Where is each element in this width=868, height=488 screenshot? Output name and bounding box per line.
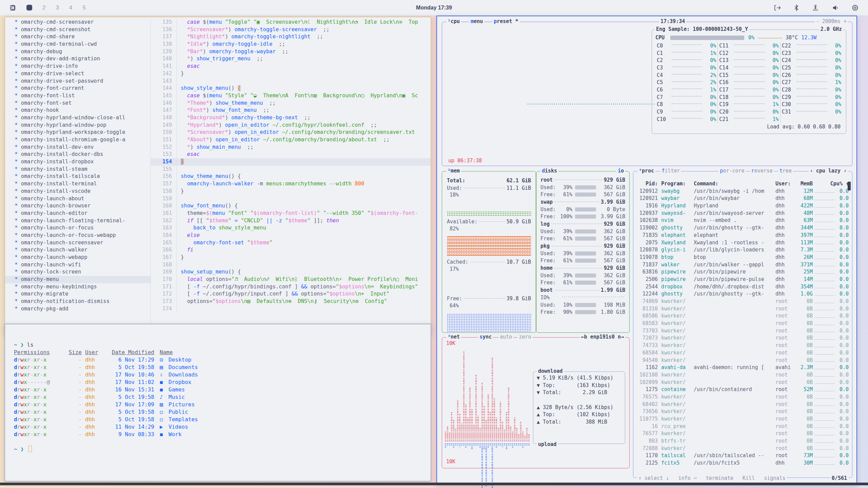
prompt-line[interactable]: ~ ❯ [14, 446, 422, 453]
code-line[interactable]: 174 [151, 305, 431, 313]
code-line[interactable]: 169show_setup_menu() { [151, 268, 431, 276]
workspace-2[interactable]: 2 [42, 4, 45, 11]
bluetooth-icon[interactable] [794, 4, 799, 11]
file-item[interactable]: * omarchy-launch-floating-terminal- [5, 217, 151, 225]
file-item[interactable]: * omarchy-drive-select [5, 70, 151, 78]
proc-per-core-button[interactable]: per-core [718, 168, 746, 174]
proc-sort-selector[interactable]: ‹ cpu lazy › [809, 168, 848, 174]
proc-row[interactable]: 74733kworker/root0B0.0 [637, 342, 849, 349]
file-item[interactable]: * omarchy-notification-dismiss [5, 298, 151, 305]
proc-row[interactable]: 102108kworker/root0B0.0 [637, 371, 849, 379]
code-line[interactable]: 135 case $(menu "Toggle" "▣ Screensaver\… [151, 19, 431, 26]
proc-row[interactable]: 68584kworker/root0B0.0 [637, 349, 849, 357]
proc-row[interactable]: 102099kworker/root0B0.0 [637, 379, 849, 386]
code-line[interactable]: 146 *Theme*) show_theme_menu ;; [151, 100, 431, 107]
code-line[interactable]: 150 *Screensaver*) open_in_editor ~/.con… [151, 129, 431, 136]
workspace-3[interactable]: 3 [56, 4, 59, 11]
proc-row[interactable]: 1275containe/usr/bin/containerdroot52M0.… [637, 386, 849, 393]
screen-share-icon[interactable] [774, 5, 781, 11]
btop-menu-button[interactable]: menu [469, 18, 484, 24]
proc-row[interactable]: 71837walker/usr/bin/walker --gappldhh371… [637, 261, 849, 269]
code-line[interactable]: 160show_font_menu() { [151, 202, 431, 210]
code-line[interactable]: 148 *Background*) omarchy-theme-bg-next … [151, 114, 431, 122]
file-item[interactable]: * omarchy-launch-editor [5, 210, 151, 217]
file-item[interactable]: * omarchy-font-set [5, 100, 151, 107]
proc-row[interactable]: 16rcu_preeroot0B0.0 [637, 423, 849, 430]
code-line[interactable]: 147 *Font*) show_font_menu ;; [151, 107, 431, 114]
code-line[interactable]: 168 [151, 261, 431, 269]
code-line[interactable]: 164 else [151, 232, 431, 239]
proc-row[interactable]: 72073kworker/root0B0.0 [637, 334, 849, 342]
terminal-window[interactable]: ~ ❯ lsPermissionsSizeUserDate ModifiedNa… [4, 324, 431, 482]
proc-row[interactable]: 1170tailscal/usr/sbin/tailscaled --root7… [637, 452, 849, 460]
cpu-box-title[interactable]: ¹cpu [446, 18, 461, 24]
btop-window[interactable]: ¹cpu menu preset * 17:39:34 - 2000ms + u… [436, 16, 857, 485]
file-item[interactable]: * omarchy-launch-screensaver [5, 239, 151, 247]
file-item[interactable]: * omarchy-cmd-screensaver [5, 19, 151, 26]
file-item[interactable]: * omarchy-install-terminal [5, 180, 151, 188]
file-item[interactable]: * omarchy-install-docker-dbs [5, 151, 151, 158]
proc-row[interactable]: 119078btopbtopdhh26M0.0 [637, 254, 849, 261]
proc-row[interactable]: 74869kworker/root0B0.0 [637, 298, 849, 305]
proc-row[interactable]: 68583kworker/root0B0.0 [637, 320, 849, 327]
code-line[interactable]: 157 omarchy-launch-walker -m menus:omarc… [151, 180, 431, 188]
file-item[interactable]: * omarchy-lock-screen [5, 268, 151, 276]
proc-row[interactable]: 71835elephantelephantdhh397M0.0 [637, 232, 849, 239]
file-item[interactable]: * omarchy-install-tailscale [5, 173, 151, 180]
proc-row[interactable]: 120912swaybg/usr/bin/swaybg -i /homdhh12… [637, 188, 849, 195]
code-line[interactable]: 136 *Screensaver*) omarchy-toggle-screen… [151, 26, 431, 34]
net-sync-button[interactable]: sync [478, 334, 493, 340]
omarchy-logo-icon[interactable] [9, 4, 16, 11]
file-item[interactable]: * omarchy-install-vscode [5, 188, 151, 195]
proc-row[interactable]: 73703kworker/root0B0.0 [637, 327, 849, 335]
file-item[interactable]: * omarchy-pkg-add [5, 305, 151, 313]
proc-filter-button[interactable]: filter [660, 168, 681, 174]
proc-row[interactable]: 81310kworker/root0B0.0 [637, 305, 849, 313]
file-item[interactable]: * omarchy-cmd-share [5, 33, 151, 41]
volume-icon[interactable] [832, 5, 839, 11]
file-item[interactable]: * omarchy-install-chromium-google-a [5, 136, 151, 144]
proc-row[interactable]: 68586kworker/root0B0.0 [637, 312, 849, 320]
cpu-chip-icon[interactable] [852, 4, 859, 11]
file-item[interactable]: * omarchy-launch-webapp [5, 254, 151, 261]
file-item[interactable]: * omarchy-launch-or-focus-webapp [5, 232, 151, 239]
code-line[interactable]: 167} [151, 254, 431, 261]
net-interface[interactable]: ←b enp191s0 n→ [580, 334, 625, 340]
code-line[interactable]: 153 esac [151, 151, 431, 158]
code-line[interactable]: 142} [151, 70, 431, 78]
workspace-5[interactable]: 5 [82, 4, 85, 11]
file-item[interactable]: * omarchy-launch-walker [5, 246, 151, 254]
file-item[interactable]: * omarchy-cmd-screenshot [5, 26, 151, 34]
file-item[interactable]: * omarchy-font-current [5, 85, 151, 92]
proc-row[interactable]: 1162avahi-daavahi-daemon: running [avahi… [637, 364, 849, 371]
file-item[interactable]: * omarchy-cmd-terminal-cwd [5, 41, 151, 48]
file-item[interactable]: * omarchy-font-list [5, 92, 151, 100]
code-line[interactable]: 151 *About*) open_in_editor ~/.config/om… [151, 136, 431, 144]
proc-row[interactable]: 102638nvimnvim --embed .dhh63M0.0 [637, 217, 849, 224]
proc-row[interactable]: 119002ghostty/usr/bin/ghostty --gtk-dhh3… [637, 224, 849, 232]
file-item[interactable]: * omarchy-install-steam [5, 166, 151, 173]
proc-row[interactable]: 1916HyprlandHyprlanddhh422M0.0 [637, 202, 849, 210]
proc-row[interactable]: 72088kworker/root0B0.0 [637, 445, 849, 452]
code-line[interactable]: 171 [ -f ~/.config/hypr/bindings.conf ] … [151, 283, 431, 291]
proc-tree-button[interactable]: tree [778, 168, 793, 174]
file-item[interactable]: * omarchy-launch-browser [5, 202, 151, 210]
file-item[interactable]: * omarchy-migrate [5, 290, 151, 298]
code-line[interactable]: 165 omarchy-font-set "$theme" [151, 239, 431, 247]
file-item[interactable]: * omarchy-install-dropbox [5, 158, 151, 166]
proc-row[interactable]: 76575kworker/root0B0.0 [637, 393, 849, 401]
proc-row[interactable]: 2075XwaylandXwayland :1 -rootless -dhh11… [637, 239, 849, 247]
workspace-1-active[interactable] [26, 5, 32, 11]
proc-row[interactable]: 73656kworker/root0B0.0 [637, 408, 849, 415]
code-line[interactable]: 140 *) show_trigger_menu ;; [151, 55, 431, 63]
editor-window[interactable]: * omarchy-cmd-screensaver* omarchy-cmd-s… [4, 17, 431, 335]
code-line[interactable]: 161 theme=$(menu "Font" "$(omarchy-font-… [151, 210, 431, 217]
file-item[interactable]: * omarchy-hyprland-window-pop [5, 122, 151, 129]
code-line[interactable]: 156show_theme_menu() { [151, 173, 431, 180]
code-line[interactable]: 145 case $(menu "Style" "◒ Theme\nA Font… [151, 92, 431, 100]
proc-reverse-button[interactable]: reverse [750, 168, 774, 174]
code-line[interactable]: 158} [151, 188, 431, 195]
file-item[interactable]: * omarchy-launch-about [5, 195, 151, 203]
btop-interval-control[interactable]: - 2000ms + [815, 18, 848, 24]
file-item[interactable]: * omarchy-install-dev-env [5, 144, 151, 151]
